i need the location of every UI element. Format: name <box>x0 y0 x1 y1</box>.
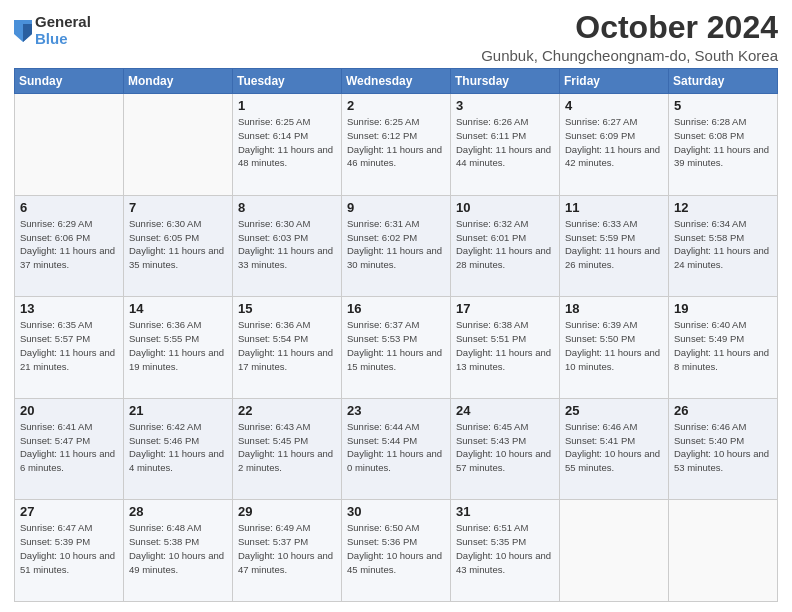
day-info: Sunrise: 6:25 AM Sunset: 6:14 PM Dayligh… <box>238 115 336 170</box>
day-number: 27 <box>20 504 118 519</box>
day-info: Sunrise: 6:25 AM Sunset: 6:12 PM Dayligh… <box>347 115 445 170</box>
day-info: Sunrise: 6:41 AM Sunset: 5:47 PM Dayligh… <box>20 420 118 475</box>
day-number: 2 <box>347 98 445 113</box>
subtitle: Gunbuk, Chungcheongnam-do, South Korea <box>481 47 778 64</box>
logo-blue: Blue <box>35 31 91 48</box>
calendar-cell: 17Sunrise: 6:38 AM Sunset: 5:51 PM Dayli… <box>451 297 560 399</box>
calendar-cell: 26Sunrise: 6:46 AM Sunset: 5:40 PM Dayli… <box>669 398 778 500</box>
calendar-cell: 4Sunrise: 6:27 AM Sunset: 6:09 PM Daylig… <box>560 94 669 196</box>
calendar-cell: 7Sunrise: 6:30 AM Sunset: 6:05 PM Daylig… <box>124 195 233 297</box>
page: General Blue October 2024 Gunbuk, Chungc… <box>0 0 792 612</box>
calendar-cell: 8Sunrise: 6:30 AM Sunset: 6:03 PM Daylig… <box>233 195 342 297</box>
calendar-cell: 3Sunrise: 6:26 AM Sunset: 6:11 PM Daylig… <box>451 94 560 196</box>
day-number: 24 <box>456 403 554 418</box>
day-number: 5 <box>674 98 772 113</box>
day-info: Sunrise: 6:46 AM Sunset: 5:40 PM Dayligh… <box>674 420 772 475</box>
col-header-monday: Monday <box>124 69 233 94</box>
calendar-cell: 16Sunrise: 6:37 AM Sunset: 5:53 PM Dayli… <box>342 297 451 399</box>
day-info: Sunrise: 6:35 AM Sunset: 5:57 PM Dayligh… <box>20 318 118 373</box>
calendar-cell: 20Sunrise: 6:41 AM Sunset: 5:47 PM Dayli… <box>15 398 124 500</box>
day-info: Sunrise: 6:40 AM Sunset: 5:49 PM Dayligh… <box>674 318 772 373</box>
day-number: 14 <box>129 301 227 316</box>
day-info: Sunrise: 6:26 AM Sunset: 6:11 PM Dayligh… <box>456 115 554 170</box>
calendar-cell: 13Sunrise: 6:35 AM Sunset: 5:57 PM Dayli… <box>15 297 124 399</box>
calendar-cell: 28Sunrise: 6:48 AM Sunset: 5:38 PM Dayli… <box>124 500 233 602</box>
day-info: Sunrise: 6:28 AM Sunset: 6:08 PM Dayligh… <box>674 115 772 170</box>
calendar-cell: 15Sunrise: 6:36 AM Sunset: 5:54 PM Dayli… <box>233 297 342 399</box>
calendar-cell: 19Sunrise: 6:40 AM Sunset: 5:49 PM Dayli… <box>669 297 778 399</box>
calendar-cell: 29Sunrise: 6:49 AM Sunset: 5:37 PM Dayli… <box>233 500 342 602</box>
day-number: 10 <box>456 200 554 215</box>
day-info: Sunrise: 6:36 AM Sunset: 5:54 PM Dayligh… <box>238 318 336 373</box>
day-info: Sunrise: 6:38 AM Sunset: 5:51 PM Dayligh… <box>456 318 554 373</box>
day-number: 19 <box>674 301 772 316</box>
day-info: Sunrise: 6:32 AM Sunset: 6:01 PM Dayligh… <box>456 217 554 272</box>
calendar-cell: 1Sunrise: 6:25 AM Sunset: 6:14 PM Daylig… <box>233 94 342 196</box>
calendar-cell: 31Sunrise: 6:51 AM Sunset: 5:35 PM Dayli… <box>451 500 560 602</box>
calendar-cell <box>15 94 124 196</box>
logo-icon <box>14 20 32 42</box>
day-number: 30 <box>347 504 445 519</box>
calendar-cell: 21Sunrise: 6:42 AM Sunset: 5:46 PM Dayli… <box>124 398 233 500</box>
day-number: 16 <box>347 301 445 316</box>
day-number: 1 <box>238 98 336 113</box>
day-number: 3 <box>456 98 554 113</box>
day-number: 21 <box>129 403 227 418</box>
day-info: Sunrise: 6:31 AM Sunset: 6:02 PM Dayligh… <box>347 217 445 272</box>
logo: General Blue <box>14 14 91 47</box>
calendar-cell: 23Sunrise: 6:44 AM Sunset: 5:44 PM Dayli… <box>342 398 451 500</box>
calendar-cell: 11Sunrise: 6:33 AM Sunset: 5:59 PM Dayli… <box>560 195 669 297</box>
day-info: Sunrise: 6:43 AM Sunset: 5:45 PM Dayligh… <box>238 420 336 475</box>
calendar-cell <box>669 500 778 602</box>
logo-text: General Blue <box>35 14 91 47</box>
day-info: Sunrise: 6:47 AM Sunset: 5:39 PM Dayligh… <box>20 521 118 576</box>
day-number: 29 <box>238 504 336 519</box>
day-info: Sunrise: 6:34 AM Sunset: 5:58 PM Dayligh… <box>674 217 772 272</box>
day-info: Sunrise: 6:49 AM Sunset: 5:37 PM Dayligh… <box>238 521 336 576</box>
day-number: 28 <box>129 504 227 519</box>
day-info: Sunrise: 6:50 AM Sunset: 5:36 PM Dayligh… <box>347 521 445 576</box>
svg-marker-1 <box>23 24 32 42</box>
col-header-sunday: Sunday <box>15 69 124 94</box>
day-number: 17 <box>456 301 554 316</box>
day-info: Sunrise: 6:30 AM Sunset: 6:05 PM Dayligh… <box>129 217 227 272</box>
logo-general: General <box>35 14 91 31</box>
calendar-cell: 18Sunrise: 6:39 AM Sunset: 5:50 PM Dayli… <box>560 297 669 399</box>
day-number: 18 <box>565 301 663 316</box>
day-number: 23 <box>347 403 445 418</box>
day-number: 7 <box>129 200 227 215</box>
calendar-cell: 14Sunrise: 6:36 AM Sunset: 5:55 PM Dayli… <box>124 297 233 399</box>
col-header-tuesday: Tuesday <box>233 69 342 94</box>
calendar-cell <box>124 94 233 196</box>
day-number: 31 <box>456 504 554 519</box>
day-number: 25 <box>565 403 663 418</box>
day-info: Sunrise: 6:37 AM Sunset: 5:53 PM Dayligh… <box>347 318 445 373</box>
day-number: 9 <box>347 200 445 215</box>
day-info: Sunrise: 6:30 AM Sunset: 6:03 PM Dayligh… <box>238 217 336 272</box>
day-info: Sunrise: 6:27 AM Sunset: 6:09 PM Dayligh… <box>565 115 663 170</box>
calendar-cell: 9Sunrise: 6:31 AM Sunset: 6:02 PM Daylig… <box>342 195 451 297</box>
day-number: 20 <box>20 403 118 418</box>
day-info: Sunrise: 6:46 AM Sunset: 5:41 PM Dayligh… <box>565 420 663 475</box>
calendar: SundayMondayTuesdayWednesdayThursdayFrid… <box>14 68 778 602</box>
calendar-cell: 22Sunrise: 6:43 AM Sunset: 5:45 PM Dayli… <box>233 398 342 500</box>
calendar-cell: 10Sunrise: 6:32 AM Sunset: 6:01 PM Dayli… <box>451 195 560 297</box>
calendar-cell: 24Sunrise: 6:45 AM Sunset: 5:43 PM Dayli… <box>451 398 560 500</box>
col-header-wednesday: Wednesday <box>342 69 451 94</box>
day-number: 4 <box>565 98 663 113</box>
calendar-cell: 27Sunrise: 6:47 AM Sunset: 5:39 PM Dayli… <box>15 500 124 602</box>
day-info: Sunrise: 6:33 AM Sunset: 5:59 PM Dayligh… <box>565 217 663 272</box>
day-number: 11 <box>565 200 663 215</box>
day-number: 8 <box>238 200 336 215</box>
main-title: October 2024 <box>481 10 778 45</box>
day-number: 12 <box>674 200 772 215</box>
col-header-thursday: Thursday <box>451 69 560 94</box>
calendar-cell: 12Sunrise: 6:34 AM Sunset: 5:58 PM Dayli… <box>669 195 778 297</box>
day-info: Sunrise: 6:51 AM Sunset: 5:35 PM Dayligh… <box>456 521 554 576</box>
day-number: 6 <box>20 200 118 215</box>
calendar-cell: 6Sunrise: 6:29 AM Sunset: 6:06 PM Daylig… <box>15 195 124 297</box>
day-number: 13 <box>20 301 118 316</box>
title-block: October 2024 Gunbuk, Chungcheongnam-do, … <box>481 10 778 64</box>
col-header-friday: Friday <box>560 69 669 94</box>
day-number: 15 <box>238 301 336 316</box>
